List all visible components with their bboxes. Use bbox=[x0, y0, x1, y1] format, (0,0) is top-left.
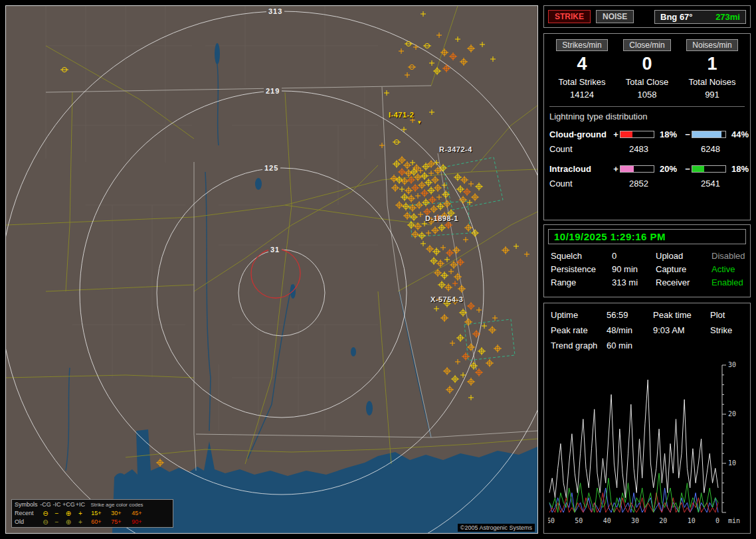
close-per-min-button[interactable]: Close/min bbox=[623, 39, 670, 51]
legend-age-15: 15+ bbox=[86, 509, 106, 518]
svg-text:60: 60 bbox=[548, 517, 555, 524]
legend-header-nic: -IC bbox=[51, 501, 62, 509]
legend-age-header: Strike age color codes bbox=[86, 501, 147, 509]
peak-time-value: 9:03 AM bbox=[653, 323, 710, 338]
svg-text:30: 30 bbox=[631, 517, 639, 524]
total-noises-label: Total Noises bbox=[680, 76, 745, 88]
capture-label: Capture bbox=[656, 263, 711, 276]
trend-graph-label: Trend graph bbox=[551, 338, 607, 353]
uptime-label: Uptime bbox=[551, 307, 607, 323]
neg-ic-symbol-icon: − bbox=[51, 509, 62, 518]
ic-count-label: Count bbox=[549, 179, 612, 189]
pos-cg-old-symbol-icon: ⊕ bbox=[62, 518, 74, 526]
storm-cell-caret: ▾ bbox=[418, 119, 421, 125]
map-legend: Symbols -CG -IC +CG +IC Strike age color… bbox=[11, 499, 173, 528]
noises-per-min-button[interactable]: Noises/min bbox=[686, 39, 737, 51]
svg-text:30: 30 bbox=[728, 361, 736, 368]
neg-cg-old-symbol-icon: ⊖ bbox=[40, 518, 51, 526]
pos-ic-old-symbol-icon: + bbox=[74, 518, 86, 526]
legend-header-ncg: -CG bbox=[40, 501, 51, 509]
svg-text:20: 20 bbox=[659, 517, 667, 524]
lightning-map[interactable]: 313 219 125 31 I-471-2 ▾ R-3472-4 D-1898… bbox=[5, 5, 538, 534]
status-panel: 10/19/2025 1:29:16 PM Squelch 0 Upload D… bbox=[543, 224, 751, 297]
plot-value: Strike bbox=[710, 323, 746, 338]
copyright-text: ©2005 Astrogenic Systems bbox=[458, 524, 535, 532]
plus-sign: + bbox=[612, 129, 620, 139]
storm-cell-label: R-3472-4 bbox=[439, 145, 472, 153]
receiver-label: Receiver bbox=[656, 276, 711, 289]
bearing-readout: Bng 67° 273mi bbox=[654, 10, 746, 24]
ic-minus-gauge bbox=[692, 165, 726, 173]
strike-button[interactable]: STRIKE bbox=[548, 10, 591, 23]
cg-plus-count: 2483 bbox=[620, 144, 684, 154]
plot-label: Plot bbox=[710, 307, 746, 323]
squelch-label: Squelch bbox=[551, 250, 612, 263]
cg-minus-percent: 44% bbox=[729, 129, 755, 139]
trend-panel: Uptime 56:59 Peak time Plot Peak rate 48… bbox=[543, 303, 751, 534]
storm-cell-label: D-1898-1 bbox=[425, 214, 458, 222]
total-close-value: 1058 bbox=[614, 89, 680, 100]
distribution-title: Lightning type distribution bbox=[549, 112, 745, 121]
noise-button[interactable]: NOISE bbox=[596, 10, 634, 23]
close-per-min-value: 0 bbox=[614, 52, 680, 75]
svg-text:50: 50 bbox=[575, 517, 583, 524]
total-strikes-value: 14124 bbox=[549, 89, 614, 100]
total-noises-value: 991 bbox=[680, 89, 745, 100]
intracloud-label: Intracloud bbox=[549, 164, 612, 174]
minus-sign: − bbox=[684, 164, 692, 174]
uptime-value: 56:59 bbox=[607, 307, 653, 323]
legend-header-pcg: +CG bbox=[62, 501, 74, 509]
svg-text:10: 10 bbox=[728, 459, 736, 467]
svg-text:20: 20 bbox=[728, 410, 736, 418]
storm-cell-label: X-5754-3 bbox=[430, 295, 463, 303]
stormvue-window: 313 219 125 31 I-471-2 ▾ R-3472-4 D-1898… bbox=[0, 0, 756, 539]
datetime-display: 10/19/2025 1:29:16 PM bbox=[548, 229, 746, 244]
total-close-label: Total Close bbox=[614, 76, 680, 88]
bearing-distance: 273mi bbox=[715, 12, 740, 22]
capture-status: Active bbox=[711, 263, 746, 276]
legend-age-60: 60+ bbox=[86, 518, 106, 526]
range-ring-label-31: 31 bbox=[268, 246, 282, 254]
strikes-per-min-button[interactable]: Strikes/min bbox=[556, 39, 607, 51]
ic-plus-count: 2852 bbox=[620, 179, 684, 189]
divider bbox=[549, 106, 745, 107]
mode-bar: STRIKE NOISE Bng 67° 273mi bbox=[543, 5, 751, 28]
peak-rate-value: 48/min bbox=[607, 323, 653, 338]
cloud-ground-label: Cloud-ground bbox=[549, 129, 612, 139]
svg-text:40: 40 bbox=[603, 517, 611, 524]
cg-count-label: Count bbox=[549, 144, 612, 154]
pos-cg-symbol-icon: ⊕ bbox=[62, 509, 74, 518]
ic-minus-percent: 18% bbox=[729, 164, 755, 174]
persistence-value: 90 min bbox=[612, 263, 656, 276]
plus-sign: + bbox=[612, 164, 620, 174]
range-ring-label-219: 219 bbox=[264, 87, 282, 95]
ic-plus-gauge bbox=[620, 165, 654, 173]
svg-text:min: min bbox=[728, 517, 740, 524]
legend-age-30: 30+ bbox=[106, 509, 126, 518]
statistics-panel: Strikes/min Close/min Noises/min 4 0 1 T… bbox=[543, 33, 751, 220]
trend-graph-value: 60 min bbox=[607, 338, 653, 353]
bearing-value: Bng 67° bbox=[660, 12, 693, 22]
neg-cg-symbol-icon: ⊖ bbox=[40, 509, 51, 518]
legend-header-symbols: Symbols bbox=[13, 501, 40, 509]
svg-text:0: 0 bbox=[715, 517, 719, 524]
legend-age-45: 45+ bbox=[126, 509, 147, 518]
neg-ic-old-symbol-icon: − bbox=[51, 518, 62, 526]
map-canvas[interactable] bbox=[6, 6, 537, 533]
upload-label: Upload bbox=[656, 250, 711, 263]
legend-old-label: Old bbox=[13, 518, 40, 526]
range-value: 313 mi bbox=[612, 276, 656, 289]
cg-minus-gauge bbox=[692, 131, 726, 138]
cg-plus-gauge bbox=[620, 131, 654, 138]
legend-recent-label: Recent bbox=[13, 509, 40, 518]
peak-rate-label: Peak rate bbox=[551, 323, 607, 338]
legend-age-75: 75+ bbox=[106, 518, 126, 526]
legend-age-90: 90+ bbox=[126, 518, 147, 526]
persistence-label: Persistence bbox=[551, 263, 612, 276]
range-label: Range bbox=[551, 276, 612, 289]
ic-minus-count: 2541 bbox=[692, 179, 755, 189]
range-ring-label-313: 313 bbox=[266, 7, 284, 15]
peak-time-label: Peak time bbox=[653, 307, 710, 323]
cg-plus-percent: 18% bbox=[657, 129, 684, 139]
range-ring-label-125: 125 bbox=[262, 164, 280, 172]
